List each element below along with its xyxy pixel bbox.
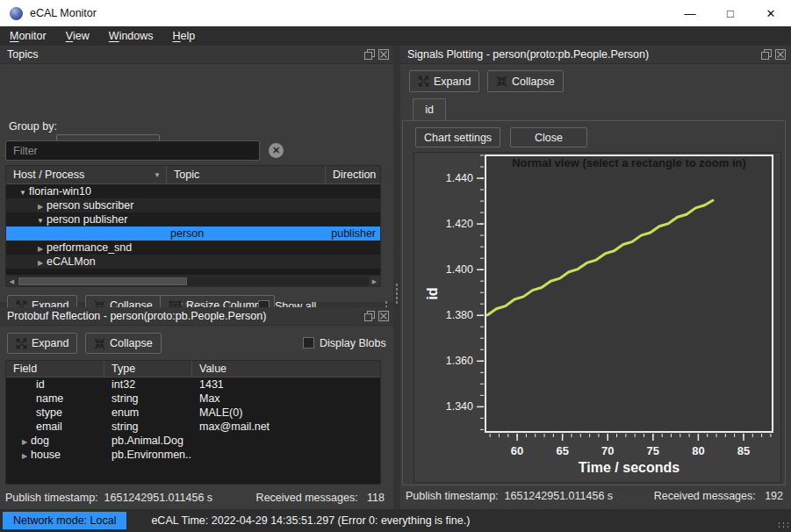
close-dock-icon[interactable] (378, 311, 389, 324)
signals-dock-title: Signals Plotting - person(proto:pb.Peopl… (407, 48, 649, 61)
received-messages-value: 118 (367, 492, 385, 504)
collapse-button[interactable]: Collapse (85, 333, 162, 354)
topics-dock-title: Topics (7, 48, 38, 61)
menu-help[interactable]: Help (163, 26, 205, 46)
filter-input[interactable] (5, 140, 260, 161)
window-titlebar: eCAL Monitor — □ ✕ (0, 0, 791, 26)
tab-id[interactable]: id (413, 98, 446, 121)
chart-settings-button[interactable]: Chart settings (415, 127, 500, 147)
expand-button[interactable]: Expand (409, 70, 479, 92)
collapse-arrows-icon (496, 75, 507, 87)
protobuf-table: Field Type Value id int32 1431 name stri… (5, 360, 381, 485)
table-row-selected[interactable]: person publisher (6, 226, 380, 241)
svg-text:id: id (425, 287, 440, 299)
signals-dock: Signals Plotting - person(proto:pb.Peopl… (400, 46, 791, 509)
scroll-left-icon[interactable]: ◀ (6, 277, 18, 286)
svg-text:65: 65 (556, 444, 568, 457)
display-blobs-label: Display Blobs (320, 337, 386, 349)
display-blobs-checkbox[interactable] (303, 337, 314, 349)
maximize-button[interactable]: □ (710, 0, 751, 26)
scrollbar-thumb[interactable] (18, 277, 187, 285)
menu-view[interactable]: View (56, 26, 99, 46)
publish-timestamp-label: Publish timestamp: (406, 490, 499, 502)
signal-chart[interactable]: 1.3401.3601.3801.4001.4201.4406065707580… (413, 152, 781, 483)
table-row[interactable]: dog pb.Animal.Dog (6, 434, 380, 448)
table-row[interactable]: eCALMon (6, 255, 380, 269)
svg-text:Time / seconds: Time / seconds (579, 460, 680, 475)
table-row[interactable]: florian-win10 (6, 184, 380, 198)
float-icon[interactable] (364, 49, 375, 62)
table-row[interactable]: email string max@mail.net (6, 420, 380, 434)
col-host-process[interactable]: Host / Process (6, 166, 167, 183)
svg-text:60: 60 (511, 444, 523, 457)
close-dock-icon[interactable] (378, 49, 389, 62)
svg-text:1.440: 1.440 (446, 172, 473, 184)
network-mode-badge: Network mode: Local (3, 512, 126, 529)
table-row[interactable]: id int32 1431 (6, 377, 380, 392)
col-direction[interactable]: Direction (326, 166, 380, 183)
horizontal-splitter-handle[interactable] (180, 302, 208, 306)
protobuf-footer: Publish timestamp: 1651242951.011456 s R… (5, 490, 385, 506)
table-row[interactable]: person publisher (6, 212, 380, 226)
expander-right-icon[interactable] (34, 255, 47, 268)
svg-text:70: 70 (601, 444, 614, 457)
line-chart[interactable]: 1.3401.3601.3801.4001.4201.4406065707580… (414, 153, 782, 484)
col-topic[interactable]: Topic (167, 166, 326, 183)
received-messages-label: Received messages: (654, 490, 756, 502)
expander-right-icon[interactable] (34, 241, 47, 254)
table-row[interactable]: performance_snd (6, 241, 380, 255)
ecal-monitor-window: eCAL Monitor — □ ✕ Monitor View Windows … (0, 0, 791, 532)
table-row[interactable]: name string Max (6, 392, 380, 406)
float-icon[interactable] (761, 49, 772, 62)
expander-right-icon[interactable] (18, 449, 31, 461)
col-type[interactable]: Type (104, 361, 192, 377)
svg-text:1.360: 1.360 (446, 355, 473, 367)
svg-text:75: 75 (647, 444, 659, 457)
svg-text:1.420: 1.420 (446, 218, 473, 230)
vertical-splitter-handle[interactable] (395, 283, 399, 304)
menu-windows[interactable]: Windows (99, 26, 163, 46)
window-title: eCAL Monitor (30, 7, 97, 19)
protobuf-table-header: Field Type Value (6, 361, 380, 377)
menu-monitor[interactable]: Monitor (0, 26, 56, 46)
ecal-time-text: eCAL Time: 2022-04-29 14:35:51.297 (Erro… (151, 514, 470, 527)
expand-arrows-icon (418, 75, 429, 87)
topics-table-header: Host / Process Topic Direction (6, 166, 380, 184)
table-row[interactable]: person subscriber (6, 198, 380, 212)
col-field[interactable]: Field (6, 361, 104, 377)
expander-down-icon[interactable] (17, 185, 29, 198)
svg-text:1.340: 1.340 (446, 400, 473, 413)
svg-text:Normal view (select a rectangl: Normal view (select a rectangle to zoom … (512, 156, 746, 169)
topics-dock-titlebar: Topics (0, 46, 393, 64)
publish-timestamp-value: 1651242951.011456 s (104, 492, 213, 504)
svg-text:1.380: 1.380 (446, 309, 473, 321)
table-row[interactable]: stype enum MALE(0) (6, 406, 380, 420)
protobuf-dock-title: Protobuf Reflection - person(proto:pb.Pe… (7, 310, 266, 322)
received-messages-value: 192 (765, 490, 783, 502)
expander-right-icon[interactable] (34, 199, 47, 212)
received-messages-label: Received messages: (256, 492, 358, 504)
table-row[interactable]: house pb.Environmen... (6, 448, 380, 462)
collapse-button[interactable]: Collapse (487, 70, 564, 92)
vertical-splitter[interactable] (393, 46, 400, 509)
minimize-button[interactable]: — (670, 0, 710, 26)
collapse-arrows-icon (94, 338, 105, 349)
expander-right-icon[interactable] (18, 435, 31, 447)
protobuf-dock-titlebar: Protobuf Reflection - person(proto:pb.Pe… (0, 307, 393, 326)
col-value[interactable]: Value (192, 361, 380, 377)
svg-text:1.400: 1.400 (446, 263, 473, 276)
expander-down-icon[interactable] (34, 213, 47, 226)
close-button[interactable]: ✕ (751, 0, 791, 26)
horizontal-scrollbar[interactable]: ◀ ▶ (5, 276, 381, 287)
chart-close-button[interactable]: Close (510, 127, 587, 147)
expand-button[interactable]: Expand (7, 333, 77, 354)
publish-timestamp-value: 1651242951.011456 s (505, 490, 614, 502)
expand-arrows-icon (16, 338, 27, 349)
clear-filter-icon[interactable]: ✕ (269, 143, 284, 158)
float-icon[interactable] (364, 311, 375, 324)
scroll-right-icon[interactable]: ▶ (369, 277, 380, 286)
publish-timestamp-label: Publish timestamp: (5, 492, 98, 504)
group-by-label: Group by: (9, 120, 57, 133)
close-dock-icon[interactable] (775, 49, 786, 62)
window-resize-grip[interactable] (777, 521, 788, 529)
